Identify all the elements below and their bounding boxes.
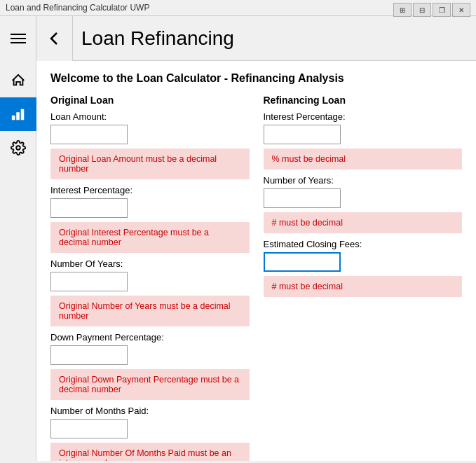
- refi-interest-percentage-label: Interest Percentage:: [264, 111, 463, 122]
- sidebar-item-chart[interactable]: [0, 97, 36, 131]
- down-payment-label: Down Payment Percentage:: [50, 332, 250, 343]
- title-bar: Loan and Refinancing Calculator UWP ⊞ ⊟ …: [0, 0, 476, 16]
- months-paid-label: Number of Months Paid:: [50, 406, 250, 416]
- refi-interest-percentage-input[interactable]: [264, 125, 341, 144]
- loan-amount-error: Original Loan Amount must be a decimal n…: [50, 148, 250, 179]
- welcome-title: Welcome to the Loan Calculator - Refinan…: [50, 72, 462, 85]
- menu-button[interactable]: [0, 16, 36, 61]
- window-ctrl-1[interactable]: ⊞: [393, 3, 412, 17]
- refinancing-loan-section: Refinancing Loan Interest Percentage: % …: [261, 95, 463, 461]
- toolbar: Loan Refinancing: [0, 16, 476, 61]
- svg-rect-1: [16, 112, 20, 120]
- sidebar-item-home[interactable]: [0, 64, 36, 97]
- refinancing-loan-header: Refinancing Loan: [264, 95, 463, 106]
- gear-icon: [11, 140, 26, 156]
- refi-number-of-years-error: # must be decimal: [264, 212, 463, 233]
- interest-percentage-error: Original Interest Percentage must be a d…: [50, 222, 250, 253]
- number-of-years-input[interactable]: [50, 272, 128, 291]
- page-title: Loan Refinancing: [81, 27, 234, 50]
- refi-interest-percentage-error: % must be decimal: [264, 148, 463, 170]
- original-loan-section: Original Loan Loan Amount: Original Loan…: [50, 95, 261, 461]
- window-controls: ⊞ ⊟ ❐ ✕: [393, 3, 470, 17]
- sidebar: [0, 61, 36, 461]
- down-payment-error: Original Down Payment Percentage must be…: [50, 369, 250, 400]
- refi-number-of-years-input[interactable]: [264, 188, 341, 208]
- number-of-years-error: Original Number of Years must be a decim…: [50, 296, 250, 326]
- interest-percentage-label: Interest Percentage:: [50, 185, 250, 195]
- window-ctrl-2[interactable]: ⊟: [413, 3, 431, 17]
- title-bar-label: Loan and Refinancing Calculator UWP: [6, 3, 149, 13]
- original-loan-header: Original Loan: [50, 95, 250, 106]
- down-payment-input[interactable]: [50, 345, 128, 365]
- interest-percentage-input[interactable]: [50, 198, 128, 218]
- svg-rect-2: [20, 109, 24, 120]
- months-paid-error: Original Number Of Months Paid must be a…: [50, 443, 250, 461]
- window-ctrl-4[interactable]: ✕: [452, 3, 470, 17]
- sidebar-item-settings[interactable]: [0, 131, 36, 165]
- back-button[interactable]: [36, 16, 73, 61]
- back-arrow-icon: [46, 30, 63, 47]
- closing-fees-input[interactable]: [264, 252, 341, 272]
- main-content: Welcome to the Loan Calculator - Refinan…: [36, 61, 476, 461]
- window-ctrl-3[interactable]: ❐: [433, 3, 451, 17]
- svg-point-3: [16, 146, 20, 150]
- months-paid-input[interactable]: [50, 419, 128, 438]
- chart-icon: [11, 106, 26, 122]
- hamburger-icon: [11, 34, 26, 43]
- number-of-years-label: Number Of Years:: [50, 258, 250, 269]
- loan-amount-label: Loan Amount:: [50, 111, 250, 122]
- loan-amount-input[interactable]: [50, 125, 128, 144]
- closing-fees-label: Estimated Closing Fees:: [264, 239, 463, 249]
- home-icon: [11, 73, 26, 88]
- svg-rect-0: [11, 116, 15, 120]
- app-body: Welcome to the Loan Calculator - Refinan…: [0, 61, 476, 461]
- refi-number-of-years-label: Number of Years:: [264, 175, 463, 186]
- closing-fees-error: # must be decimal: [264, 276, 463, 297]
